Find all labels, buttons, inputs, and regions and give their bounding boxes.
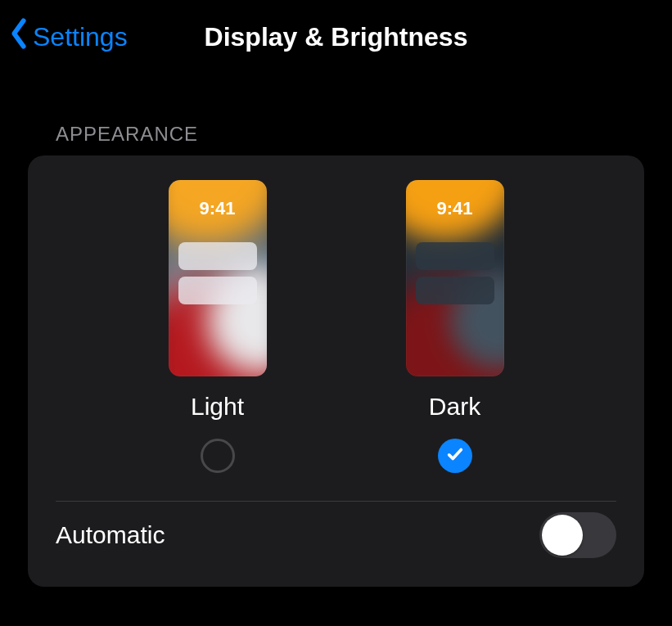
light-notification-placeholder [178,277,257,304]
navbar: Settings Display & Brightness [0,0,672,74]
chevron-left-icon [8,17,29,56]
light-preview: 9:41 [169,180,267,376]
automatic-label: Automatic [56,521,165,549]
light-label: Light [191,393,244,421]
dark-label: Dark [429,393,480,421]
dark-notification-placeholder [416,277,494,304]
preview-time: 9:41 [406,198,504,219]
appearance-section-header: APPEARANCE [56,123,644,146]
appearance-option-light[interactable]: 9:41 Light [169,180,267,473]
light-notification-placeholder [178,242,257,270]
automatic-toggle[interactable] [539,512,616,558]
back-label: Settings [33,22,128,52]
appearance-card: 9:41 Light 9:41 Dark [28,155,644,587]
checkmark-icon [446,445,464,466]
dark-notification-placeholder [416,242,494,270]
automatic-row: Automatic [56,502,616,569]
light-radio[interactable] [201,439,235,473]
toggle-knob [542,515,583,556]
appearance-option-dark[interactable]: 9:41 Dark [406,180,504,473]
dark-radio[interactable] [438,439,472,473]
preview-time: 9:41 [169,198,267,219]
dark-preview: 9:41 [406,180,504,376]
back-button[interactable]: Settings [8,17,128,56]
